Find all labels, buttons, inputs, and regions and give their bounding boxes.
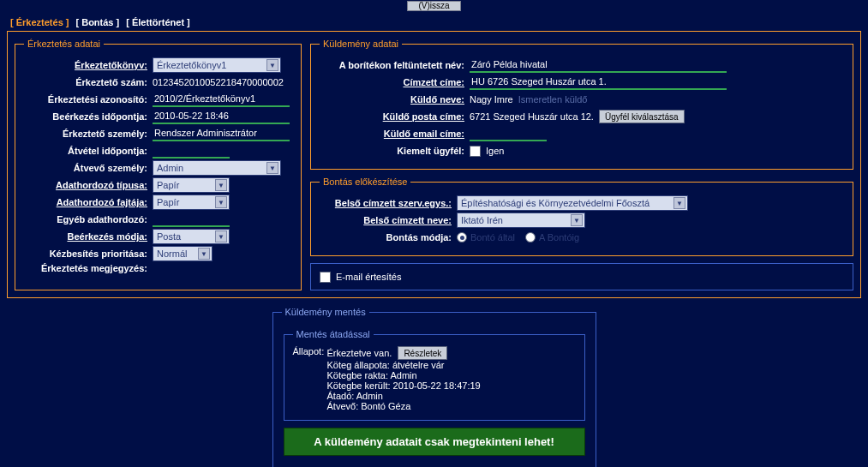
tab-erkeztetes[interactable]: [ Érkeztetés ] bbox=[10, 17, 69, 27]
chevron-down-icon: ▼ bbox=[215, 179, 227, 191]
radio-label-1: Bontó által bbox=[470, 232, 515, 242]
val-szam: 0123452010052218470000002 bbox=[153, 77, 284, 87]
allapot-label: Állapot: bbox=[293, 346, 327, 411]
checkbox-email[interactable] bbox=[320, 272, 331, 283]
val-kuldnev: Nagy Imre bbox=[470, 94, 513, 105]
top-nav: (V)issza bbox=[0, 0, 868, 12]
chevron-down-icon: ▼ bbox=[571, 214, 583, 226]
select-atvsz-value: Admin bbox=[157, 163, 183, 173]
readonly-banner: A küldemény adatait csak megtekinteni le… bbox=[284, 428, 585, 456]
erkeztetes-fieldset: Érkeztetés adatai Érkeztetőkönyv: Érkezt… bbox=[15, 39, 302, 290]
input-kuldemail[interactable] bbox=[470, 127, 547, 141]
bontas-legend: Bontás előkészítése bbox=[320, 177, 410, 187]
select-adtip[interactable]: Papír ▼ bbox=[153, 177, 230, 193]
bontas-fieldset: Bontás előkészítése Belső címzett szerv.… bbox=[310, 177, 853, 256]
mentes-atadassal-fieldset: Mentés átadással Állapot: Érkeztetve van… bbox=[284, 329, 585, 421]
select-bontnev[interactable]: Iktató Irén ▼ bbox=[457, 213, 585, 228]
kuldemeny-legend: Küldemény adatai bbox=[320, 39, 402, 49]
reszletek-button[interactable]: Részletek bbox=[398, 346, 447, 360]
lbl-egyeb: Egyéb adathordozó: bbox=[24, 214, 153, 225]
select-bontnev-value: Iktató Irén bbox=[461, 215, 503, 225]
chevron-down-icon: ▼ bbox=[673, 197, 685, 209]
lbl-kprio: Kézbesítés prioritása: bbox=[24, 248, 153, 259]
state-line1: Érkeztetve van. bbox=[327, 348, 392, 358]
chevron-down-icon: ▼ bbox=[266, 59, 278, 71]
chevron-down-icon: ▼ bbox=[215, 231, 227, 242]
email-label: E-mail értesítés bbox=[336, 272, 401, 282]
lbl-erksz: Érkeztető személy: bbox=[24, 129, 153, 139]
select-adfajta[interactable]: Papír ▼ bbox=[153, 195, 230, 210]
input-beerk[interactable]: 2010-05-22 18:46 bbox=[153, 110, 290, 124]
radio-a-bontoig[interactable] bbox=[525, 232, 536, 242]
lbl-beerk: Beérkezés időpontja: bbox=[24, 111, 153, 122]
lbl-atvido: Átvétel időpontja: bbox=[24, 146, 153, 156]
state-line5: Átadó: Admin bbox=[327, 391, 481, 401]
radio-label-2: A Bontóig bbox=[539, 232, 579, 242]
select-adfajta-value: Papír bbox=[157, 197, 179, 207]
select-atvsz[interactable]: Admin ▼ bbox=[153, 160, 281, 176]
input-erksz: Rendszer Adminisztrátor bbox=[153, 127, 290, 141]
lbl-azon: Érkeztetési azonosító: bbox=[24, 94, 153, 105]
tab-bontas[interactable]: [ Bontás ] bbox=[75, 17, 119, 27]
chevron-down-icon: ▼ bbox=[215, 196, 227, 208]
input-azon: 2010/2/Érkeztetőkönyv1 bbox=[153, 93, 290, 107]
select-adtip-value: Papír bbox=[157, 180, 179, 190]
select-beerkm[interactable]: Posta ▼ bbox=[153, 229, 230, 244]
lbl-kuldemail[interactable]: Küldő email címe: bbox=[320, 129, 470, 139]
lbl-konyv[interactable]: Érkeztetőkönyv: bbox=[24, 60, 153, 70]
state-line4: Kötegbe került: 2010-05-22 18:47:19 bbox=[327, 380, 481, 391]
select-szerv-value: Építéshatósági és Környezetvédelmi Főosz… bbox=[461, 198, 650, 208]
lbl-boritek: A borítékon feltüntetett név: bbox=[320, 60, 470, 70]
radio-bonto-altal[interactable] bbox=[457, 232, 467, 242]
lbl-atvsz: Átvevő személy: bbox=[24, 163, 153, 173]
select-kprio[interactable]: Normál ▼ bbox=[153, 246, 213, 261]
lbl-adfajta[interactable]: Adathordozó fajtája: bbox=[24, 197, 153, 207]
lbl-adtip[interactable]: Adathordozó típusa: bbox=[24, 180, 153, 190]
state-line3: Kötegbe rakta: Admin bbox=[327, 370, 481, 380]
email-fieldset: E-mail értesítés bbox=[310, 263, 853, 290]
lbl-szam: Érkeztető szám: bbox=[24, 77, 153, 87]
tab-elettortenet[interactable]: [ Élettörténet ] bbox=[126, 17, 190, 27]
lbl-bontnev[interactable]: Belső címzett neve: bbox=[320, 215, 457, 225]
ugyfel-button[interactable]: Ügyfél kiválasztása bbox=[599, 110, 685, 123]
lbl-kuldposta[interactable]: Küldő posta címe: bbox=[320, 111, 470, 122]
lbl-beerkm[interactable]: Beérkezés módja: bbox=[24, 231, 153, 242]
kuldemeny-fieldset: Küldemény adatai A borítékon feltüntetet… bbox=[310, 39, 853, 170]
lbl-cimzett[interactable]: Címzett címe: bbox=[320, 77, 470, 87]
mentes-inner-legend: Mentés átadással bbox=[293, 329, 374, 339]
mentes-legend: Küldemény mentés bbox=[282, 307, 369, 317]
erkeztetes-legend: Érkeztetés adatai bbox=[24, 39, 104, 49]
select-konyv[interactable]: Érkeztetőkönyv1 ▼ bbox=[153, 57, 281, 73]
kuldemeny-mentes-fieldset: Küldemény mentés Mentés átadással Állapo… bbox=[272, 307, 596, 467]
back-button-top[interactable]: (V)issza bbox=[407, 1, 460, 11]
input-egyeb[interactable] bbox=[153, 213, 230, 227]
input-cimzett[interactable]: HU 6726 Szeged Huszár utca 1. bbox=[470, 75, 727, 90]
state-line6: Átvevő: Bontó Géza bbox=[327, 401, 481, 411]
state-line2: Köteg állapota: átvételre vár bbox=[327, 360, 481, 370]
input-atvido[interactable] bbox=[153, 144, 230, 159]
ismeretlen-kuldo: Ismeretlen küldő bbox=[518, 94, 588, 105]
lbl-szerv[interactable]: Belső címzett szerv.egys.: bbox=[320, 198, 457, 208]
lbl-kiemelt: Kiemelt ügyfél: bbox=[320, 146, 470, 156]
val-kuldposta: 6721 Szeged Huszár utca 12. bbox=[470, 111, 594, 122]
lbl-bontmod: Bontás módja: bbox=[320, 232, 457, 242]
chevron-down-icon: ▼ bbox=[198, 248, 210, 260]
lbl-megj: Érkeztetés megjegyzés: bbox=[24, 263, 153, 274]
tab-bar: [ Érkeztetés ] [ Bontás ] [ Élettörténet… bbox=[0, 12, 868, 31]
checkbox-kiemelt[interactable] bbox=[470, 146, 481, 157]
select-beerkm-value: Posta bbox=[157, 231, 181, 242]
input-boritek[interactable]: Záró Példa hivatal bbox=[470, 58, 727, 73]
main-panel: Érkeztetés adatai Érkeztetőkönyv: Érkezt… bbox=[7, 31, 861, 298]
select-szerv[interactable]: Építéshatósági és Környezetvédelmi Főosz… bbox=[457, 195, 688, 211]
igen-label: Igen bbox=[486, 146, 504, 156]
select-konyv-value: Érkeztetőkönyv1 bbox=[157, 60, 226, 70]
select-kprio-value: Normál bbox=[157, 248, 187, 259]
chevron-down-icon: ▼ bbox=[266, 162, 278, 174]
lbl-kuldnev[interactable]: Küldő neve: bbox=[320, 94, 470, 105]
